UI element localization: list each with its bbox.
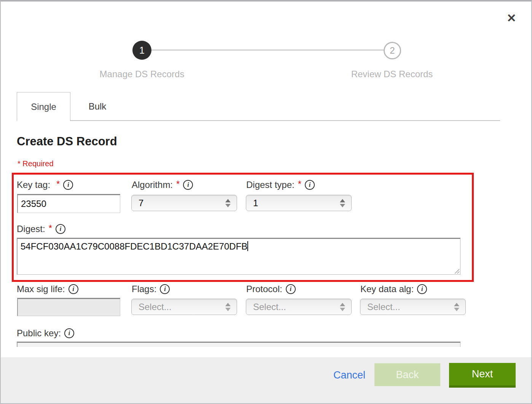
public-key-textarea[interactable]: [17, 342, 460, 347]
digest-textarea[interactable]: 54FCF030AA1C79C0088FDEC1BD1C37DAA2E70DFB: [17, 238, 460, 275]
key-tag-input[interactable]: [17, 194, 120, 213]
max-sig-life-label-text: Max sig life:: [17, 284, 65, 294]
info-icon[interactable]: i: [417, 284, 427, 294]
algorithm-label: Algorithm: * i: [132, 180, 193, 190]
max-sig-life-label: Max sig life: i: [17, 284, 78, 294]
text-cursor: [247, 241, 248, 251]
info-icon[interactable]: i: [56, 224, 65, 234]
protocol-label: Protocol: i: [246, 284, 296, 294]
step-2-circle: 2: [384, 42, 401, 59]
select-spinner-icon: [225, 303, 231, 311]
protocol-label-text: Protocol:: [246, 284, 282, 294]
key-data-alg-select-value: Select...: [367, 302, 400, 312]
public-key-label: Public key: i: [17, 328, 74, 339]
info-icon[interactable]: i: [160, 284, 170, 294]
step-1-label: Manage DS Records: [77, 69, 207, 80]
required-asterisk: *: [176, 179, 180, 189]
close-icon[interactable]: ✕: [504, 11, 519, 26]
resize-handle-icon[interactable]: [454, 268, 459, 274]
digest-label-text: Digest:: [17, 224, 45, 234]
digest-type-select[interactable]: 1: [246, 195, 352, 211]
flags-select[interactable]: Select...: [131, 299, 237, 315]
select-spinner-icon: [340, 199, 345, 207]
tab-single[interactable]: Single: [17, 92, 70, 121]
flags-label: Flags: i: [132, 284, 170, 294]
next-button[interactable]: Next: [449, 363, 516, 388]
digest-type-label-text: Digest type:: [246, 180, 295, 190]
algorithm-label-text: Algorithm:: [132, 180, 173, 190]
flags-label-text: Flags:: [132, 284, 156, 294]
cancel-button[interactable]: Cancel: [333, 369, 365, 381]
required-asterisk: *: [49, 223, 52, 234]
info-icon[interactable]: i: [68, 284, 78, 294]
select-spinner-icon: [340, 303, 345, 311]
select-spinner-icon: [225, 199, 231, 207]
page-title: Create DS Record: [17, 135, 117, 148]
key-data-alg-label: Key data alg: i: [360, 284, 427, 294]
info-icon[interactable]: i: [183, 180, 193, 190]
info-icon[interactable]: i: [305, 180, 315, 190]
required-asterisk: *: [56, 179, 60, 189]
stepper-connector: [151, 49, 384, 51]
digest-type-label: Digest type: * i: [246, 180, 315, 190]
flags-select-value: Select...: [139, 302, 172, 312]
tab-bulk[interactable]: Bulk: [70, 93, 124, 120]
protocol-select-value: Select...: [253, 302, 286, 312]
tab-divider-line: [17, 120, 500, 121]
algorithm-select-value: 7: [139, 198, 143, 208]
create-ds-record-modal: ✕ 1 2 Manage DS Records Review DS Record…: [0, 0, 532, 404]
key-tag-label: Key tag: * i: [17, 180, 73, 190]
max-sig-life-input[interactable]: [17, 298, 120, 316]
required-note: * Required: [18, 159, 54, 168]
back-button[interactable]: Back: [374, 363, 440, 386]
modal-footer: Cancel Back Next: [1, 357, 531, 403]
protocol-select[interactable]: Select...: [246, 299, 352, 315]
digest-value: 54FCF030AA1C79C0088FDEC1BD1C37DAA2E70DFB: [21, 241, 247, 251]
info-icon[interactable]: i: [64, 328, 74, 338]
select-spinner-icon: [454, 303, 459, 311]
key-data-alg-select[interactable]: Select...: [360, 299, 466, 315]
step-1-circle: 1: [132, 41, 151, 60]
public-key-label-text: Public key:: [17, 328, 61, 339]
key-data-alg-label-text: Key data alg:: [360, 284, 414, 294]
info-icon[interactable]: i: [286, 284, 296, 294]
algorithm-select[interactable]: 7: [131, 195, 237, 211]
key-tag-label-text: Key tag:: [17, 180, 50, 190]
digest-label: Digest: * i: [17, 224, 65, 234]
info-icon[interactable]: i: [63, 180, 73, 190]
step-2-label: Review DS Records: [327, 69, 457, 80]
required-asterisk: *: [298, 179, 301, 189]
digest-type-select-value: 1: [253, 198, 258, 208]
